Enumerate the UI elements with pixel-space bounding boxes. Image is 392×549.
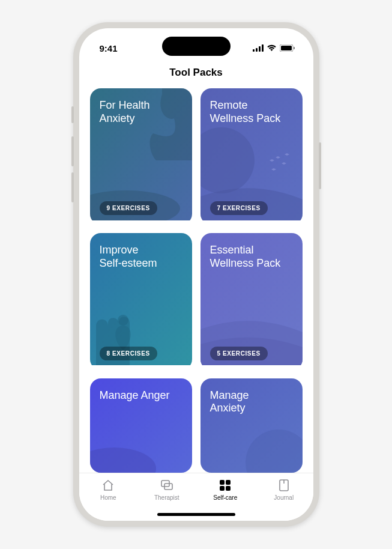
status-right — [253, 44, 295, 52]
tab-home[interactable]: Home — [79, 478, 138, 501]
exercises-badge: 5 EXERCISES — [210, 347, 268, 360]
svg-rect-3 — [262, 44, 264, 52]
svg-rect-1 — [256, 48, 258, 52]
pack-title: For Health Anxiety — [100, 99, 182, 125]
svg-rect-5 — [281, 46, 292, 50]
home-indicator[interactable] — [157, 513, 235, 516]
phone-frame: 9:41 Tool Pa — [73, 22, 319, 527]
tab-therapist[interactable]: Therapist — [137, 478, 196, 501]
svg-rect-0 — [253, 49, 255, 52]
tab-self-care[interactable]: Self-care — [196, 478, 255, 501]
side-button-power — [319, 142, 321, 189]
svg-rect-22 — [220, 486, 225, 491]
tab-label: Journal — [274, 494, 294, 501]
dynamic-island — [162, 37, 231, 56]
pack-card-manage-anxiety[interactable]: Manage Anxiety — [201, 378, 303, 473]
journal-icon — [277, 478, 291, 493]
grid-icon — [218, 478, 232, 493]
pack-card-essential-wellness[interactable]: Essential Wellness Pack 5 EXERCISES — [201, 233, 303, 369]
tab-journal[interactable]: Journal — [255, 478, 313, 501]
wifi-icon — [267, 44, 277, 52]
screen: 9:41 Tool Pa — [79, 28, 313, 521]
tab-label: Therapist — [154, 494, 179, 501]
svg-rect-6 — [294, 47, 295, 49]
pack-card-remote-wellness[interactable]: Remote Wellness Pack 7 EXERCISES — [201, 88, 303, 225]
pack-title: Remote Wellness Pack — [210, 99, 293, 125]
tab-label: Self-care — [213, 494, 237, 501]
battery-icon — [280, 44, 295, 52]
side-button-silent — [71, 106, 74, 123]
pack-card-health-anxiety[interactable]: For Health Anxiety 9 EXERCISES — [90, 88, 192, 225]
exercises-badge: 7 EXERCISES — [210, 201, 268, 215]
svg-point-12 — [118, 315, 128, 326]
svg-rect-2 — [259, 46, 261, 52]
pack-title: Manage Anger — [100, 389, 182, 402]
status-time: 9:41 — [100, 43, 118, 53]
page-title: Tool Packs — [79, 64, 313, 88]
chat-icon — [160, 478, 174, 493]
cards-grid: For Health Anxiety 9 EXERCISES — [90, 88, 303, 473]
pack-title: Manage Anxiety — [210, 389, 293, 415]
svg-rect-20 — [220, 480, 225, 485]
pack-title: Essential Wellness Pack — [210, 244, 293, 270]
exercises-badge: 9 EXERCISES — [100, 201, 157, 215]
pack-card-improve-self-esteem[interactable]: Improve Self-esteem 8 EXERCISES — [90, 233, 192, 369]
side-button-volume-up — [71, 136, 74, 166]
tab-label: Home — [100, 494, 116, 501]
pack-title: Improve Self-esteem — [100, 244, 182, 270]
exercises-badge: 8 EXERCISES — [100, 347, 157, 360]
svg-rect-21 — [226, 480, 231, 485]
scroll-area[interactable]: For Health Anxiety 9 EXERCISES — [79, 88, 313, 473]
svg-rect-23 — [226, 486, 231, 491]
home-icon — [101, 478, 115, 493]
side-button-volume-down — [71, 172, 74, 202]
cellular-icon — [253, 44, 264, 52]
pack-card-manage-anger[interactable]: Manage Anger — [90, 378, 192, 473]
